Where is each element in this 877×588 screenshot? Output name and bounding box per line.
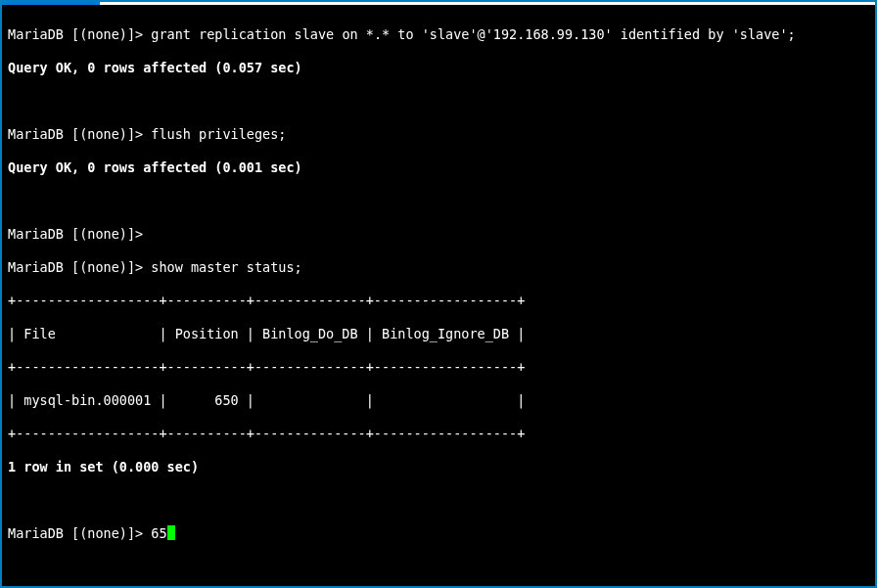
blank-line: [8, 193, 869, 209]
table-row: | mysql-bin.000001 | 650 | | |: [8, 392, 869, 409]
current-prompt-line[interactable]: MariaDB [(none)]> 65: [8, 525, 869, 542]
blank-line: [8, 93, 869, 110]
prompt: MariaDB [(none)]>: [8, 226, 151, 242]
command-text: flush privileges;: [151, 126, 286, 142]
window-titlebar: [2, 2, 875, 5]
query-response: Query OK, 0 rows affected (0.001 sec): [8, 159, 869, 176]
prompt: MariaDB [(none)]>: [8, 26, 151, 42]
rowcount-message: 1 row in set (0.000 sec): [8, 459, 869, 475]
terminal-line: MariaDB [(none)]>: [8, 226, 869, 243]
window-frame: MariaDB [(none)]> grant replication slav…: [0, 0, 877, 588]
table-header-row: | File | Position | Binlog_Do_DB | Binlo…: [8, 326, 869, 342]
table-border: +------------------+----------+---------…: [8, 426, 869, 442]
blank-line: [8, 492, 869, 509]
prompt: MariaDB [(none)]>: [8, 259, 151, 275]
query-response: Query OK, 0 rows affected (0.057 sec): [8, 60, 869, 76]
table-border: +------------------+----------+---------…: [8, 293, 869, 309]
command-text: grant replication slave on *.* to 'slave…: [151, 26, 795, 42]
current-input-text: 65: [151, 525, 166, 541]
terminal-line: MariaDB [(none)]> flush privileges;: [8, 126, 869, 143]
cursor: [167, 525, 175, 540]
prompt: MariaDB [(none)]>: [8, 525, 151, 541]
titlebar-active-segment: [2, 2, 100, 5]
terminal-line: MariaDB [(none)]> grant replication slav…: [8, 26, 869, 43]
terminal-line: MariaDB [(none)]> show master status;: [8, 259, 869, 276]
table-border: +------------------+----------+---------…: [8, 359, 869, 376]
terminal-viewport[interactable]: MariaDB [(none)]> grant replication slav…: [2, 5, 875, 586]
command-text: show master status;: [151, 259, 301, 275]
prompt: MariaDB [(none)]>: [8, 126, 151, 142]
